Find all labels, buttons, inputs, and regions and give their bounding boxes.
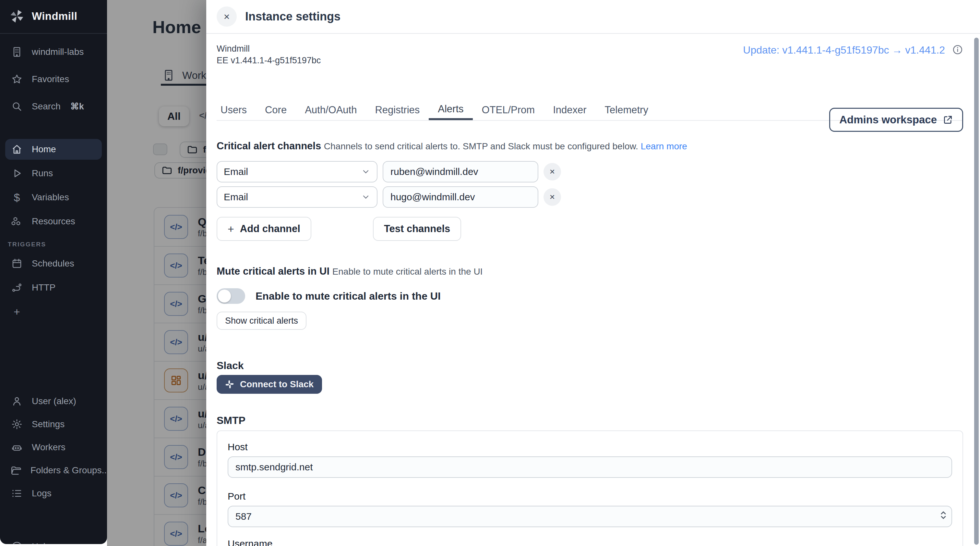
channel-type-select[interactable]: Email xyxy=(216,161,377,182)
username-label: Username xyxy=(228,538,952,546)
number-stepper-icon[interactable] xyxy=(940,511,946,519)
slack-heading: Slack xyxy=(216,360,963,372)
sidebar-item-label: Help xyxy=(32,541,51,544)
person-icon xyxy=(10,395,23,407)
sidebar-item-workers[interactable]: Workers xyxy=(5,437,102,458)
tab-telemetry[interactable]: Telemetry xyxy=(596,100,657,120)
toggle-knob xyxy=(218,289,231,303)
star-icon xyxy=(10,73,23,85)
tab-core[interactable]: Core xyxy=(256,100,296,120)
triggers-section-label: TRIGGERS xyxy=(8,241,107,248)
play-icon xyxy=(10,168,23,179)
scrollbar-thumb[interactable] xyxy=(974,38,979,545)
sidebar-item-help[interactable]: Help xyxy=(5,536,102,544)
channel-email-input[interactable] xyxy=(383,161,538,182)
connect-to-slack-button[interactable]: Connect to Slack xyxy=(216,375,322,394)
instance-settings-drawer: × Instance settings Windmill EE v1.441.1… xyxy=(206,0,980,546)
sidebar-item-workspace[interactable]: windmill-labs xyxy=(5,42,102,62)
sidebar-item-label: Workers xyxy=(32,442,65,452)
sidebar-item-label: Resources xyxy=(32,216,75,227)
plus-icon: + xyxy=(228,223,234,235)
test-channels-button[interactable]: Test channels xyxy=(373,217,461,241)
sidebar-item-search[interactable]: Search ⌘k xyxy=(5,96,102,117)
gear-icon xyxy=(10,418,23,430)
add-trigger-button[interactable]: + xyxy=(5,301,102,322)
sidebar-item-label: windmill-labs xyxy=(32,47,84,57)
section-description: Enable to mute critical alerts in the UI xyxy=(332,267,483,276)
sidebar-item-home[interactable]: Home xyxy=(5,139,102,160)
building-icon xyxy=(10,46,23,58)
host-label: Host xyxy=(228,441,952,452)
sidebar-item-variables[interactable]: $ Variables xyxy=(5,187,102,208)
drawer-title: Instance settings xyxy=(245,10,340,23)
help-icon xyxy=(10,541,23,544)
sidebar-item-label: User (alex) xyxy=(32,396,76,406)
sidebar-item-http[interactable]: HTTP xyxy=(5,277,102,298)
close-icon[interactable]: × xyxy=(216,6,237,27)
tab-alerts[interactable]: Alerts xyxy=(429,100,473,120)
sidebar: Windmill windmill-labs xyxy=(0,0,107,544)
channel-type-value: Email xyxy=(224,192,248,203)
port-label: Port xyxy=(228,491,952,502)
sidebar-item-label: Home xyxy=(32,144,56,155)
sidebar-item-label: Folders & Groups... xyxy=(30,465,107,476)
smtp-heading: SMTP xyxy=(216,415,963,426)
external-link-icon xyxy=(943,115,953,125)
folder-icon xyxy=(10,465,22,476)
sidebar-item-logs[interactable]: Logs xyxy=(5,483,102,504)
sidebar-item-folders-groups[interactable]: Folders & Groups... xyxy=(5,460,102,481)
tab-otel-prom[interactable]: OTEL/Prom xyxy=(473,100,544,120)
list-icon xyxy=(10,488,23,499)
sidebar-item-label: Runs xyxy=(32,168,53,179)
critical-alert-channels-heading: Critical alert channels Channels to send… xyxy=(216,140,963,152)
tab-users[interactable]: Users xyxy=(216,100,256,120)
section-description: Channels to send critical alerts to. SMT… xyxy=(324,141,638,151)
search-icon xyxy=(10,101,23,112)
dollar-icon: $ xyxy=(10,191,23,204)
remove-channel-icon[interactable]: × xyxy=(544,163,561,180)
sidebar-item-resources[interactable]: Resources xyxy=(5,211,102,232)
chevron-down-icon xyxy=(361,167,370,176)
channel-type-select[interactable]: Email xyxy=(216,186,377,208)
boxes-icon xyxy=(10,216,23,227)
chevron-down-icon xyxy=(361,193,370,201)
sidebar-item-settings[interactable]: Settings xyxy=(5,414,102,435)
search-shortcut: ⌘k xyxy=(70,101,84,112)
windmill-logo-icon xyxy=(8,8,25,25)
channel-row: Email × xyxy=(216,186,963,208)
smtp-port-input[interactable] xyxy=(228,506,952,527)
show-critical-alerts-button[interactable]: Show critical alerts xyxy=(216,311,307,330)
update-link[interactable]: Update: v1.441.1-4-g51f5197bc → v1.441.2 xyxy=(743,44,945,56)
sidebar-item-favorites[interactable]: Favorites xyxy=(5,69,102,89)
tab-indexer[interactable]: Indexer xyxy=(544,100,595,120)
admins-workspace-button[interactable]: Admins workspace xyxy=(829,108,963,132)
smtp-host-input[interactable] xyxy=(228,457,952,478)
app-logo-label: Windmill xyxy=(32,10,77,22)
sidebar-item-label: HTTP xyxy=(32,283,56,293)
tab-auth-oauth[interactable]: Auth/OAuth xyxy=(296,100,366,120)
sidebar-item-user[interactable]: User (alex) xyxy=(5,391,102,412)
plus-icon: + xyxy=(10,305,23,318)
sidebar-item-label: Favorites xyxy=(32,74,69,85)
section-title: Critical alert channels xyxy=(216,140,321,152)
app-logo[interactable]: Windmill xyxy=(0,0,107,33)
tab-registries[interactable]: Registries xyxy=(366,100,429,120)
add-channel-button[interactable]: + Add channel xyxy=(216,217,311,241)
channel-email-input[interactable] xyxy=(383,186,538,208)
section-title: Mute critical alerts in UI xyxy=(216,265,329,277)
calendar-icon xyxy=(10,258,23,270)
route-icon xyxy=(10,282,23,294)
sidebar-item-label: Variables xyxy=(32,192,69,203)
sidebar-item-runs[interactable]: Runs xyxy=(5,163,102,184)
add-channel-label: Add channel xyxy=(240,223,300,235)
remove-channel-icon[interactable]: × xyxy=(544,188,561,206)
sidebar-item-label: Schedules xyxy=(32,259,74,269)
drawer-header: × Instance settings xyxy=(206,0,980,34)
mute-toggle[interactable] xyxy=(216,288,245,304)
instance-version: EE v1.441.1-4-g51f5197bc xyxy=(216,54,321,66)
sidebar-item-schedules[interactable]: Schedules xyxy=(5,253,102,274)
info-icon[interactable] xyxy=(952,44,963,55)
connect-to-slack-label: Connect to Slack xyxy=(240,379,313,390)
test-channels-label: Test channels xyxy=(384,223,450,235)
learn-more-link[interactable]: Learn more xyxy=(641,141,687,151)
